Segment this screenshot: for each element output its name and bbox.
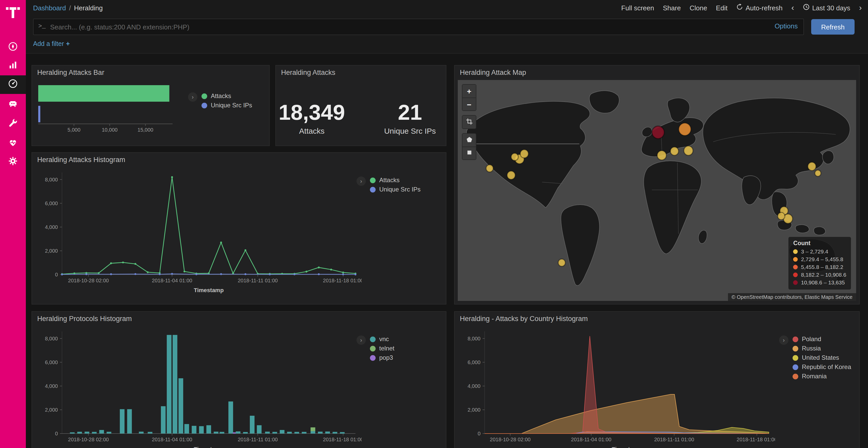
legend-collapse-toggle[interactable]: › xyxy=(779,336,788,345)
legend-dot xyxy=(793,336,798,342)
refresh-arrow-icon xyxy=(736,4,743,12)
legend-label: telnet xyxy=(379,345,395,352)
zoom-in-button[interactable]: + xyxy=(462,84,476,98)
svg-text:8,000: 8,000 xyxy=(45,177,58,182)
legend-label: 5,455.8 – 8,182.2 xyxy=(801,263,843,271)
crop-icon xyxy=(465,117,473,127)
panel-attacks-metric: Heralding Attacks 18,349 Attacks 21 Uniq… xyxy=(275,65,446,146)
legend-item-pop3[interactable]: pop3 xyxy=(370,354,395,361)
legend-collapse-toggle[interactable]: › xyxy=(356,336,366,345)
clone-button[interactable]: Clone xyxy=(689,4,707,12)
svg-text:2018-11-04 01:00: 2018-11-04 01:00 xyxy=(152,437,192,442)
legend-item-attacks[interactable]: Attacks xyxy=(202,92,252,100)
svg-text:10,000: 10,000 xyxy=(102,127,118,133)
legend-collapse-toggle[interactable]: › xyxy=(356,176,366,186)
zoom-out-button[interactable]: − xyxy=(462,98,476,110)
rectangle-select-button[interactable] xyxy=(462,146,476,160)
svg-text:2,000: 2,000 xyxy=(468,407,480,413)
app-sidebar xyxy=(0,0,26,448)
metric-unique-src-ips: 21 Unique Src IPs xyxy=(376,102,443,145)
sidebar-item-monitoring[interactable] xyxy=(0,134,26,153)
sidebar-item-dashboard[interactable] xyxy=(0,75,26,94)
bar-chart-icon xyxy=(8,60,18,72)
legend-item-vnc[interactable]: vnc xyxy=(370,336,395,343)
legend-item-poland[interactable]: Poland xyxy=(793,336,851,343)
polygon-select-button[interactable] xyxy=(462,134,476,146)
legend-item-romania[interactable]: Romania xyxy=(793,373,851,380)
filter-bar: Add a filter+ xyxy=(26,37,868,50)
pentagon-icon xyxy=(465,136,473,145)
legend-dot xyxy=(793,249,798,254)
refresh-button[interactable]: Refresh xyxy=(811,19,855,35)
gear-icon xyxy=(8,156,18,168)
add-filter-link[interactable]: Add a filter+ xyxy=(33,40,70,47)
svg-text:Timestamp: Timestamp xyxy=(194,287,224,294)
sidebar-item-management[interactable] xyxy=(0,153,26,171)
legend-label: United States xyxy=(802,354,839,361)
full-screen-button[interactable]: Full screen xyxy=(621,4,654,12)
legend-dot xyxy=(793,257,798,262)
sidebar-item-visualize[interactable] xyxy=(0,57,26,75)
legend-label: Russia xyxy=(802,345,821,352)
legend-collapse-toggle[interactable]: › xyxy=(188,92,197,102)
share-button[interactable]: Share xyxy=(663,4,681,12)
attacks-histogram-chart: 02,0004,0006,0008,0002018-10-28 02:00201… xyxy=(36,167,362,299)
legend-dot xyxy=(793,273,798,277)
terminal-prompt-icon: >_ xyxy=(38,23,46,30)
query-bar: >_ Options Refresh xyxy=(26,15,868,37)
heartbeat-icon xyxy=(8,137,18,150)
metric-value: 18,349 xyxy=(278,102,345,123)
search-input[interactable] xyxy=(33,19,804,35)
legend-dot xyxy=(370,355,376,360)
legend-dot xyxy=(793,373,798,379)
svg-text:4,000: 4,000 xyxy=(45,383,58,389)
kibana-dashboard-app: Dashboard / Heralding Full screen Share … xyxy=(0,0,868,448)
telekom-logo[interactable] xyxy=(6,4,20,19)
country-histogram-chart: 02,0004,0006,0008,0002018-10-28 02:00201… xyxy=(459,326,775,448)
legend-item-republic-of-korea[interactable]: Republic of Korea xyxy=(793,364,851,371)
time-forward-chevron[interactable]: › xyxy=(859,4,862,12)
wrench-icon xyxy=(8,118,18,130)
top-region: Dashboard / Heralding Full screen Share … xyxy=(26,0,868,54)
svg-text:4,000: 4,000 xyxy=(468,383,480,389)
edit-button[interactable]: Edit xyxy=(716,4,727,12)
legend-item-telnet[interactable]: telnet xyxy=(370,345,395,352)
legend-dot xyxy=(793,346,798,351)
legend-label: Unique Src IPs xyxy=(211,102,252,109)
legend-label: Romania xyxy=(802,373,827,380)
svg-text:8,000: 8,000 xyxy=(468,336,480,341)
svg-text:0: 0 xyxy=(478,431,480,436)
sidebar-item-tpot[interactable] xyxy=(0,95,26,113)
svg-text:2018-10-28 02:00: 2018-10-28 02:00 xyxy=(68,437,109,442)
map-count-legend: Count 3 – 2,729.4 2,729.4 – 5,455.8 5,45… xyxy=(789,237,851,289)
auto-refresh-button[interactable]: Auto-refresh xyxy=(736,4,782,12)
breadcrumb-dashboard-link[interactable]: Dashboard xyxy=(33,4,66,12)
sidebar-item-discover[interactable] xyxy=(0,38,26,57)
legend-dot xyxy=(793,265,798,269)
panel-title: Heralding - Attacks by Country Histogram xyxy=(460,315,588,322)
svg-text:2018-10-28 02:00: 2018-10-28 02:00 xyxy=(490,437,531,442)
legend-item-russia[interactable]: Russia xyxy=(793,345,851,352)
legend-dot xyxy=(370,346,376,351)
svg-text:6,000: 6,000 xyxy=(468,359,480,365)
query-options-link[interactable]: Options xyxy=(774,22,798,30)
topbar: Dashboard / Heralding Full screen Share … xyxy=(26,0,868,15)
legend-dot xyxy=(793,280,798,285)
panel-title: Heralding Attack Map xyxy=(460,69,526,76)
time-range-picker[interactable]: Last 30 days xyxy=(803,4,850,12)
time-range-label: Last 30 days xyxy=(812,4,850,12)
metric-value: 21 xyxy=(376,102,443,123)
legend-item-united-states[interactable]: United States xyxy=(793,354,851,361)
time-back-chevron[interactable]: ‹ xyxy=(791,4,794,12)
fit-bounds-button[interactable] xyxy=(462,115,476,129)
legend-item-unique-src-ips[interactable]: Unique Src IPs xyxy=(370,186,421,193)
legend-label: 2,729.4 – 5,455.8 xyxy=(801,255,843,263)
legend-item-unique-src-ips[interactable]: Unique Src IPs xyxy=(202,102,252,109)
svg-text:2,000: 2,000 xyxy=(45,407,58,413)
sidebar-item-devtools[interactable] xyxy=(0,114,26,133)
legend-item-attacks[interactable]: Attacks xyxy=(370,176,421,184)
legend-label: 10,908.6 – 13,635 xyxy=(801,279,845,286)
world-map[interactable]: + − xyxy=(458,80,856,301)
panel-attacks-histogram: Heralding Attacks Histogram 02,0004,0006… xyxy=(32,152,446,305)
map-attribution[interactable]: © OpenStreetMap contributors, Elastic Ma… xyxy=(728,293,856,301)
